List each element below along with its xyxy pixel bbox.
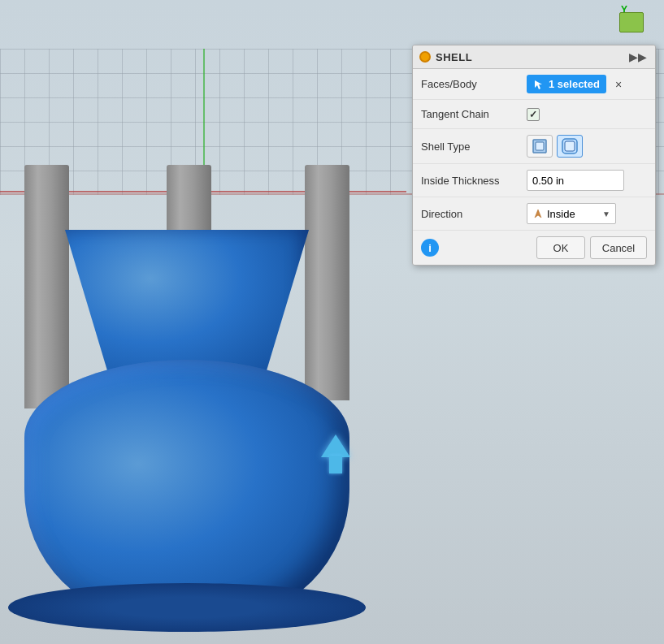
- viewport: Y SHELL ▶▶: [0, 0, 664, 644]
- direction-value: Inside: [547, 208, 575, 220]
- svg-rect-1: [536, 142, 544, 150]
- faces-body-row: Faces/Body 1 selected ×: [413, 69, 655, 100]
- arrow-stem: [329, 456, 342, 473]
- shell-type-row: Shell Type: [413, 129, 655, 164]
- direction-dropdown[interactable]: Inside ▼: [527, 203, 616, 224]
- dropdown-arrow-icon: ▼: [602, 210, 610, 218]
- direction-label: Direction: [421, 208, 527, 220]
- direction-row: Direction Inside ▼: [413, 197, 655, 231]
- panel-header: SHELL ▶▶: [413, 45, 655, 69]
- axis-indicator: Y: [607, 4, 648, 45]
- faces-body-control: 1 selected ×: [527, 75, 647, 93]
- panel-forward-button[interactable]: ▶▶: [627, 50, 649, 63]
- shell-type-outside-button[interactable]: [557, 135, 583, 158]
- pillar-left: [24, 165, 69, 408]
- shell-panel: SHELL ▶▶ Faces/Body 1 selected × Tangent…: [412, 45, 656, 266]
- direction-control: Inside ▼: [527, 203, 647, 224]
- inside-thickness-row: Inside Thickness: [413, 164, 655, 197]
- selected-text: 1 selected: [549, 78, 600, 90]
- shell-type-control: [527, 135, 647, 158]
- cancel-button[interactable]: Cancel: [590, 236, 647, 259]
- inside-thickness-control: [527, 170, 647, 191]
- 3d-object-container: [8, 165, 366, 620]
- shell-outside-icon: [562, 138, 578, 154]
- faces-body-label: Faces/Body: [421, 78, 527, 90]
- shell-type-label: Shell Type: [421, 140, 527, 153]
- tangent-chain-control: ✓: [527, 108, 647, 121]
- axis-box: [619, 12, 644, 32]
- blue-body: [24, 360, 349, 620]
- tangent-chain-label: Tangent Chain: [421, 108, 527, 120]
- tangent-chain-checkbox-container: ✓: [527, 108, 540, 121]
- panel-title: SHELL: [436, 51, 472, 63]
- arrow-up-icon: [321, 434, 350, 457]
- blue-bottom: [8, 583, 366, 632]
- shell-inside-icon: [532, 138, 548, 154]
- selected-badge[interactable]: 1 selected: [527, 75, 606, 93]
- faces-body-close-button[interactable]: ×: [614, 78, 623, 91]
- cursor-icon: [533, 79, 545, 90]
- tangent-chain-checkbox[interactable]: ✓: [527, 108, 540, 121]
- checkmark-icon: ✓: [529, 109, 537, 120]
- action-buttons: OK Cancel: [536, 236, 647, 259]
- direction-arrow-icon: [532, 208, 544, 219]
- shell-header-icon: [419, 51, 431, 63]
- ok-button[interactable]: OK: [536, 236, 585, 259]
- svg-rect-3: [565, 141, 575, 151]
- panel-header-left: SHELL: [419, 51, 472, 63]
- tangent-chain-row: Tangent Chain ✓: [413, 100, 655, 129]
- pillar-right: [305, 165, 349, 400]
- inside-thickness-label: Inside Thickness: [421, 175, 527, 187]
- info-button[interactable]: i: [421, 239, 439, 257]
- shell-type-inside-button[interactable]: [527, 135, 553, 158]
- panel-bottom: i OK Cancel: [413, 231, 655, 265]
- inside-thickness-input[interactable]: [527, 170, 624, 191]
